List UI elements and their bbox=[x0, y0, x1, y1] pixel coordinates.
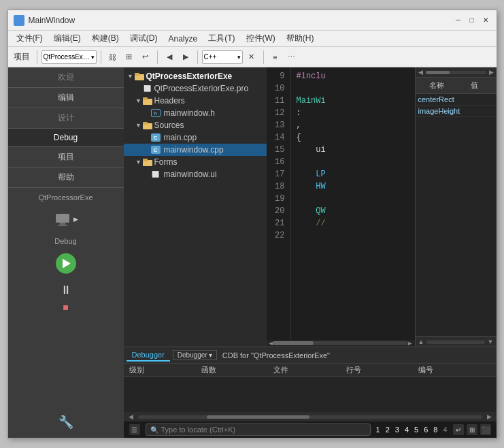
status-num-1[interactable]: 1 bbox=[376, 426, 380, 434]
play-button[interactable] bbox=[56, 253, 76, 274]
status-layout-icon[interactable]: ⬛ bbox=[480, 424, 491, 435]
tree-headers-folder[interactable]: ▼ Headers bbox=[124, 95, 267, 107]
toolbar-x-btn[interactable]: ✕ bbox=[244, 50, 259, 65]
sidebar-tab-design[interactable]: 设计 bbox=[8, 108, 124, 129]
code-editor: 9 10 11 12 13 14 15 16 17 18 19 20 bbox=[267, 67, 415, 347]
menu-tools[interactable]: 工具(T) bbox=[203, 31, 240, 46]
bottom-tab-debugger[interactable]: Debugger bbox=[127, 349, 170, 362]
tree-mainwindowcpp-icon: C bbox=[151, 146, 161, 154]
file-tree[interactable]: ▼ QtProcessExteriorExe ⬜ QtProcessExteri… bbox=[124, 67, 267, 347]
sidebar-tab-debug[interactable]: Debug bbox=[8, 129, 124, 147]
code-scroll-right[interactable]: ▶ bbox=[408, 340, 411, 347]
var-row-0: centerRect bbox=[416, 94, 497, 106]
code-scrollbar[interactable]: ◀ ▶ bbox=[267, 340, 415, 347]
toolbar-sep-2 bbox=[101, 50, 101, 64]
code-line-11: MainWi bbox=[297, 95, 409, 107]
toolbar-back-btn[interactable]: ◀ bbox=[162, 50, 177, 65]
bottom-scroll-right[interactable]: ▶ bbox=[485, 413, 494, 421]
menu-file[interactable]: 文件(F) bbox=[11, 31, 48, 46]
menu-widgets[interactable]: 控件(W) bbox=[241, 31, 281, 46]
code-line-20: QW bbox=[297, 205, 409, 217]
status-icons-right: ↵ ⊞ ⬛ bbox=[453, 424, 491, 435]
tree-ui-file[interactable]: ⬜ mainwindow.ui bbox=[124, 168, 267, 180]
right-vscroll-down[interactable]: ▼ bbox=[488, 338, 494, 345]
project-dropdown[interactable]: QtProcessExteriorExe ▾ bbox=[41, 50, 97, 64]
code-line-19 bbox=[297, 193, 409, 205]
bottom-scroll-left[interactable]: ◀ bbox=[127, 413, 135, 421]
svg-rect-4 bbox=[135, 73, 139, 76]
sidebar-tab-edit[interactable]: 编辑 bbox=[8, 88, 124, 108]
menu-build[interactable]: 构建(B) bbox=[86, 31, 124, 46]
tree-root[interactable]: ▼ QtProcessExteriorExe bbox=[124, 70, 267, 82]
toolbar-lines-btn[interactable]: ≡ bbox=[268, 50, 283, 65]
tree-sources-icon bbox=[143, 121, 152, 130]
code-line-18: HW bbox=[297, 180, 409, 193]
code-content[interactable]: #inclu MainWi : , { ui LP HW bbox=[291, 67, 415, 340]
status-grid-icon[interactable]: ⊞ bbox=[467, 424, 477, 435]
right-scroll-left[interactable]: ◀ bbox=[418, 69, 423, 76]
sidebar-debug-icon-btn[interactable]: ▶ bbox=[53, 204, 78, 234]
right-panel-content: centerRect imageHeight bbox=[416, 94, 497, 336]
line-num-18: 18 bbox=[272, 180, 285, 193]
toolbar-undo-btn[interactable]: ↩ bbox=[138, 50, 153, 65]
bottom-panel: Debugger Debugger ▾ CDB for "QtProcessEx… bbox=[124, 347, 497, 421]
right-vscroll-track bbox=[426, 340, 484, 344]
toolbar-more-btn[interactable]: ⋯ bbox=[284, 50, 299, 65]
debug-col-level: 级别 bbox=[129, 365, 201, 375]
sidebar-tab-welcome[interactable]: 欢迎 bbox=[8, 67, 124, 88]
minimize-button[interactable]: ─ bbox=[453, 15, 464, 26]
maximize-button[interactable]: □ bbox=[467, 15, 477, 26]
menu-debug[interactable]: 调试(D) bbox=[124, 31, 163, 46]
status-search[interactable]: 🔍 Type to locate (Ctrl+K) bbox=[146, 423, 371, 436]
menu-help[interactable]: 帮助(H) bbox=[281, 31, 320, 46]
right-scroll-right[interactable]: ▶ bbox=[489, 69, 494, 76]
debug-dropdown-label: C++ bbox=[204, 53, 217, 61]
main-area: 欢迎 编辑 设计 Debug 项目 帮助 QtProce bbox=[8, 67, 497, 438]
status-menu-icon[interactable]: ☰ bbox=[129, 424, 140, 435]
main-window: MainWindow ─ □ ✕ 文件(F) 编辑(E) 构建(B) 调试(D)… bbox=[7, 10, 497, 438]
tree-sources-arrow: ▼ bbox=[135, 121, 143, 129]
toolbar-fwd-btn[interactable]: ▶ bbox=[178, 50, 193, 65]
tree-maincpp-file[interactable]: C main.cpp bbox=[124, 131, 267, 144]
status-num-8[interactable]: 8 bbox=[433, 426, 437, 434]
menu-edit[interactable]: 编辑(E) bbox=[48, 31, 86, 46]
debug-dropdown[interactable]: C++ ▾ bbox=[202, 50, 243, 64]
right-hscroll-track bbox=[426, 71, 486, 74]
debug-table-header: 级别 函数 文件 行号 编号 bbox=[124, 364, 497, 377]
tree-forms-folder[interactable]: ▼ Forms bbox=[124, 156, 267, 168]
right-col-val: 值 bbox=[456, 79, 494, 92]
close-button[interactable]: ✕ bbox=[480, 15, 491, 26]
sidebar-tab-project[interactable]: 项目 bbox=[8, 147, 124, 167]
right-vscroll-up[interactable]: ▲ bbox=[418, 338, 424, 345]
tree-pro-file[interactable]: ⬜ QtProcessExteriorExe.pro bbox=[124, 82, 267, 95]
toolbar-link-btn[interactable]: ⛓ bbox=[105, 50, 120, 65]
code-line-15: ui bbox=[297, 144, 409, 156]
window-title: MainWindow bbox=[29, 16, 453, 25]
debug-pause-icon[interactable]: ⏸ bbox=[60, 283, 72, 298]
left-sidebar: 欢迎 编辑 设计 Debug 项目 帮助 QtProce bbox=[8, 67, 124, 438]
debug-stop-icon[interactable]: ■ bbox=[63, 302, 68, 313]
sidebar-tab-help[interactable]: 帮助 bbox=[8, 167, 124, 188]
tree-forms-label: Forms bbox=[154, 157, 178, 167]
status-num-3[interactable]: 3 bbox=[395, 426, 399, 434]
toolbar-sep-5 bbox=[263, 50, 264, 64]
status-num-2[interactable]: 2 bbox=[386, 426, 390, 434]
line-num-15: 15 bbox=[272, 144, 285, 156]
status-num-6[interactable]: 6 bbox=[424, 426, 428, 434]
menu-analyze[interactable]: Analyze bbox=[163, 33, 203, 45]
tree-mainwindowcpp-file[interactable]: C mainwindow.cpp bbox=[124, 144, 267, 156]
debugger-dropdown[interactable]: Debugger ▾ bbox=[173, 350, 217, 360]
status-enter-icon[interactable]: ↵ bbox=[453, 424, 464, 435]
status-num-5[interactable]: 5 bbox=[414, 426, 418, 434]
toolbar-add-btn[interactable]: ⊞ bbox=[122, 50, 137, 65]
tree-sources-folder[interactable]: ▼ Sources bbox=[124, 119, 267, 131]
tree-forms-icon bbox=[143, 157, 152, 167]
tree-h-file[interactable]: h mainwindow.h bbox=[124, 107, 267, 119]
status-num-last[interactable]: 4 bbox=[443, 426, 447, 434]
status-nums: 1 2 3 4 5 6 8 4 bbox=[376, 426, 448, 434]
status-num-4[interactable]: 4 bbox=[405, 426, 409, 434]
sidebar-wrench-icon[interactable]: 🔧 bbox=[58, 415, 73, 435]
svg-rect-2 bbox=[58, 225, 67, 226]
tree-maincpp-label: main.cpp bbox=[164, 133, 197, 142]
line-num-13: 13 bbox=[272, 119, 285, 131]
